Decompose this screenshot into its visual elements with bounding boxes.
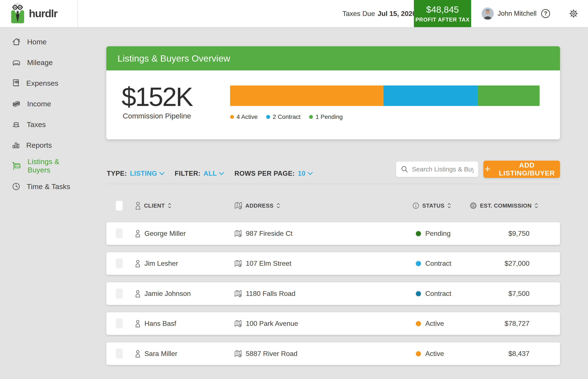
table-row[interactable]: Sara Miller 5887 River Road Active $8,43… xyxy=(106,342,560,365)
sidebar-item-label: Taxes xyxy=(27,120,46,129)
sidebar-item-time-tasks[interactable]: Time & Tasks xyxy=(0,176,78,197)
status-filter-dropdown[interactable]: ALL xyxy=(204,170,224,177)
select-all-checkbox[interactable] xyxy=(116,201,123,211)
sidebar-item-mileage[interactable]: Mileage xyxy=(0,52,78,73)
type-filter-label: TYPE: xyxy=(107,170,127,177)
column-label: CLIENT xyxy=(144,202,165,209)
table-row[interactable]: George Miller 987 Fireside Ct Pending $9… xyxy=(106,222,560,245)
column-header-commission[interactable]: $ EST. COMMISSION xyxy=(470,199,538,213)
coin-icon: $ xyxy=(470,202,477,209)
info-icon xyxy=(412,202,419,209)
column-header-address[interactable]: ADDRESS xyxy=(235,199,280,213)
column-header-status[interactable]: STATUS xyxy=(412,199,451,213)
status-dot xyxy=(416,291,421,296)
user-avatar[interactable] xyxy=(482,8,494,20)
status-badge: Active xyxy=(425,319,444,328)
sidebar-item-taxes[interactable]: Taxes xyxy=(0,114,78,135)
row-checkbox[interactable] xyxy=(116,318,123,328)
add-listing-buyer-button[interactable]: + ADD LISTING/BUYER xyxy=(483,161,560,178)
table-row[interactable]: Jim Lesher 107 Elm Street Contract $27,0… xyxy=(106,252,560,275)
help-icon[interactable]: ? xyxy=(541,9,551,18)
column-header-client[interactable]: CLIENT xyxy=(135,199,171,213)
commission-cell: $27,000 xyxy=(504,252,529,275)
car-icon xyxy=(12,59,21,66)
rows-per-page: ROWS PER PAGE: 10 xyxy=(234,170,313,177)
status-badge: Active xyxy=(425,350,444,358)
legend-label: 1 Pending xyxy=(316,113,343,120)
profit-after-tax-badge: $48,845 PROFIT AFTER TAX xyxy=(414,0,471,27)
client-name: Sara Miller xyxy=(144,350,177,358)
sidebar-item-listings-buyers[interactable]: SALE Listings & Buyers xyxy=(0,156,78,176)
status-cell: Active xyxy=(416,312,444,335)
sort-client-control[interactable] xyxy=(168,203,171,208)
bar-chart-icon xyxy=(12,142,20,149)
address-cell: 987 Fireside Ct xyxy=(235,222,292,245)
person-icon xyxy=(135,260,140,268)
overview-card: Listings & Buyers Overview $152K Commiss… xyxy=(106,46,560,139)
address-text: 1180 Falls Road xyxy=(246,290,296,298)
status-cell: Active xyxy=(416,342,444,365)
rows-per-page-value: 10 xyxy=(298,170,305,177)
brand-logo[interactable]: hurdlr xyxy=(0,0,78,27)
sidebar-item-income[interactable]: Income xyxy=(0,94,78,114)
status-cell: Contract xyxy=(416,282,451,305)
client-cell: Sara Miller xyxy=(135,342,177,365)
sidebar-item-expenses[interactable]: $ Expenses xyxy=(0,73,78,94)
sort-commission-control[interactable] xyxy=(535,203,538,208)
client-name: Hans Basf xyxy=(144,319,176,328)
sidebar-item-reports[interactable]: Reports xyxy=(0,135,78,156)
gear-icon[interactable] xyxy=(569,9,578,18)
type-filter-dropdown[interactable]: LISTING xyxy=(130,170,165,177)
top-bar: hurdlr Taxes Due Jul 15, 2020 $48,845 PR… xyxy=(0,0,588,27)
cash-stack-icon xyxy=(12,100,21,107)
status-dot xyxy=(416,321,421,326)
help-glyph: ? xyxy=(544,10,547,16)
sidebar-nav: Home Mileage $ Expenses xyxy=(0,27,78,197)
sidebar-item-home[interactable]: Home xyxy=(0,32,78,52)
add-listing-buyer-label: ADD LISTING/BUYER xyxy=(495,161,559,177)
sort-status-control[interactable] xyxy=(448,203,451,208)
pipeline-legend: 4 Active 2 Contract 1 Pending xyxy=(230,113,343,120)
status-dot xyxy=(416,261,421,266)
client-cell: George Miller xyxy=(135,222,186,245)
status-filter: FILTER: ALL xyxy=(175,170,224,177)
sale-sign-icon: SALE xyxy=(12,161,21,170)
person-icon xyxy=(135,202,141,210)
chevron-down-icon xyxy=(219,172,224,175)
receipt-icon: $ xyxy=(12,79,20,87)
address-text: 987 Fireside Ct xyxy=(246,230,292,237)
row-checkbox[interactable] xyxy=(116,228,123,238)
sidebar-item-label: Expenses xyxy=(26,79,58,87)
person-icon xyxy=(135,350,140,358)
bar-segment-contract xyxy=(384,85,478,106)
coin-dollar-glyph: $ xyxy=(472,204,474,207)
chevron-down-icon xyxy=(308,172,313,175)
person-icon xyxy=(135,290,140,298)
column-label: STATUS xyxy=(422,202,444,209)
hurdlr-mascot-icon xyxy=(10,3,25,24)
user-name: John Mitchell xyxy=(498,0,537,27)
row-checkbox[interactable] xyxy=(116,258,123,268)
sort-address-control[interactable] xyxy=(277,203,280,208)
table-row[interactable]: Hans Basf 100 Park Avenue Active $78,727 xyxy=(106,312,560,335)
sort-arrows-icon xyxy=(535,203,538,208)
app-window: hurdlr Taxes Due Jul 15, 2020 $48,845 PR… xyxy=(0,0,588,379)
plus-icon: + xyxy=(485,163,491,175)
sidebar-item-label: Time & Tasks xyxy=(27,182,70,191)
search-input[interactable] xyxy=(411,165,474,173)
main-content: Listings & Buyers Overview $152K Commiss… xyxy=(106,27,560,379)
list-toolbar: TYPE: LISTING FILTER: ALL ROWS PER PAGE:… xyxy=(107,165,313,182)
column-label: EST. COMMISSION xyxy=(480,202,532,209)
row-checkbox[interactable] xyxy=(116,288,123,299)
search-box xyxy=(396,161,478,177)
commission-value: $9,750 xyxy=(508,230,529,237)
status-dot xyxy=(416,351,421,356)
sidebar-item-label: Mileage xyxy=(27,58,53,67)
page-title: Listings & Buyers Overview xyxy=(118,53,230,64)
overview-banner: Listings & Buyers Overview xyxy=(106,46,560,70)
table-row[interactable]: Jamie Johnson 1180 Falls Road Contract $… xyxy=(106,282,560,305)
type-filter-value: LISTING xyxy=(130,170,157,177)
status-badge: Contract xyxy=(425,290,451,298)
row-checkbox[interactable] xyxy=(116,349,123,359)
rows-per-page-dropdown[interactable]: 10 xyxy=(298,170,313,177)
